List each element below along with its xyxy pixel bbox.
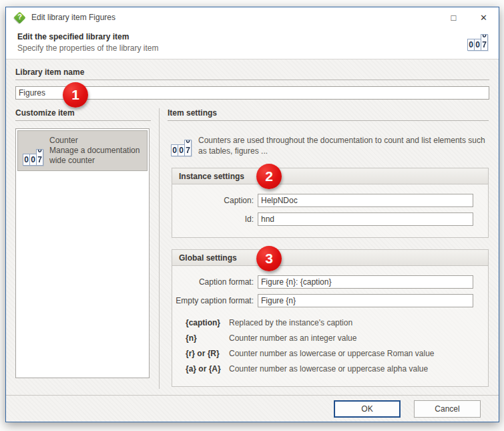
item-settings-label: Item settings bbox=[168, 108, 489, 121]
global-settings-header: Global settings bbox=[172, 250, 488, 266]
instance-settings-header: Instance settings bbox=[172, 168, 488, 184]
id-input[interactable] bbox=[258, 212, 473, 226]
id-label: Id: bbox=[172, 214, 258, 224]
legend-row: {n} Counter number as an integer value bbox=[186, 333, 473, 343]
caption-format-label: Caption format: bbox=[172, 277, 258, 287]
legend-token: {a} or {A} bbox=[186, 364, 229, 374]
legend-text: Counter number as lowercase or uppercase… bbox=[229, 349, 435, 358]
header-title: Edit the specified library item bbox=[17, 32, 487, 41]
dialog-window: ? Edit library item Figures □ ✕ Edit the… bbox=[5, 7, 499, 422]
window-title: Edit library item Figures bbox=[31, 13, 115, 22]
legend-row: {a} or {A} Counter number as lowercase o… bbox=[186, 364, 473, 374]
list-item-title: Counter bbox=[49, 136, 143, 145]
counter-icon: 0 0 0 7 bbox=[172, 135, 192, 156]
maximize-button[interactable]: □ bbox=[439, 7, 469, 27]
dialog-footer: OK Cancel bbox=[6, 395, 499, 422]
legend-token: {n} bbox=[186, 333, 229, 343]
callout-badge-3: 3 bbox=[256, 246, 282, 271]
dialog-header: Edit the specified library item Specify … bbox=[6, 27, 499, 59]
legend-token: {r} or {R} bbox=[186, 349, 229, 358]
caption-format-input[interactable] bbox=[258, 275, 473, 289]
customize-item-label: Customize item bbox=[15, 108, 151, 121]
global-settings-group: Global settings 3 Caption format: Empty … bbox=[172, 249, 489, 387]
list-item-description: Manage a documentation wide counter bbox=[49, 146, 143, 166]
title-bar[interactable]: ? Edit library item Figures □ ✕ bbox=[6, 7, 499, 27]
legend-row: {r} or {R} Counter number as lowercase o… bbox=[186, 349, 473, 358]
legend-row: {caption} Replaced by the instance's cap… bbox=[186, 318, 473, 327]
empty-caption-format-label: Empty caption format: bbox=[172, 296, 258, 305]
question-mark-glyph: ? bbox=[14, 13, 25, 21]
counter-digit-rolling: 0 7 bbox=[481, 34, 488, 51]
item-type-listbox[interactable]: 0 0 0 7 Counter Manage a documentation w… bbox=[15, 128, 150, 378]
counter-icon: 0 0 0 7 bbox=[23, 140, 43, 166]
library-name-label: Library item name bbox=[15, 67, 489, 80]
list-item-counter[interactable]: 0 0 0 7 Counter Manage a documentation w… bbox=[17, 130, 148, 171]
caption-label: Caption: bbox=[172, 196, 258, 205]
legend-text: Counter number as lowercase or uppercase… bbox=[229, 364, 428, 374]
counter-description-text: Counters are used throughout the documen… bbox=[198, 135, 489, 156]
helpndoc-app-icon: ? bbox=[14, 12, 25, 23]
counter-icon: 0 0 0 7 bbox=[468, 34, 488, 51]
caption-input[interactable] bbox=[258, 194, 473, 207]
library-name-section: Library item name 1 bbox=[6, 66, 499, 100]
dialog-content: Library item name 1 Customize item 0 0 0 bbox=[6, 59, 499, 395]
legend-token: {caption} bbox=[186, 318, 229, 327]
callout-badge-1: 1 bbox=[63, 82, 88, 108]
close-button[interactable]: ✕ bbox=[469, 7, 499, 27]
cancel-button[interactable]: Cancel bbox=[414, 400, 481, 418]
ok-button[interactable]: OK bbox=[334, 400, 401, 418]
legend-text: Counter number as an integer value bbox=[229, 333, 356, 343]
token-legend: {caption} Replaced by the instance's cap… bbox=[186, 318, 473, 374]
empty-caption-format-input[interactable] bbox=[258, 294, 473, 307]
item-settings-panel: Item settings 0 0 0 7 Counters are used … bbox=[160, 108, 499, 389]
instance-settings-group: Instance settings 2 Caption: Id: bbox=[172, 168, 489, 238]
customize-item-panel: Customize item 0 0 0 7 Counter bbox=[6, 108, 160, 389]
legend-text: Replaced by the instance's caption bbox=[229, 318, 352, 327]
callout-badge-2: 2 bbox=[256, 164, 282, 189]
header-subtitle: Specify the properties of the library it… bbox=[17, 43, 487, 53]
